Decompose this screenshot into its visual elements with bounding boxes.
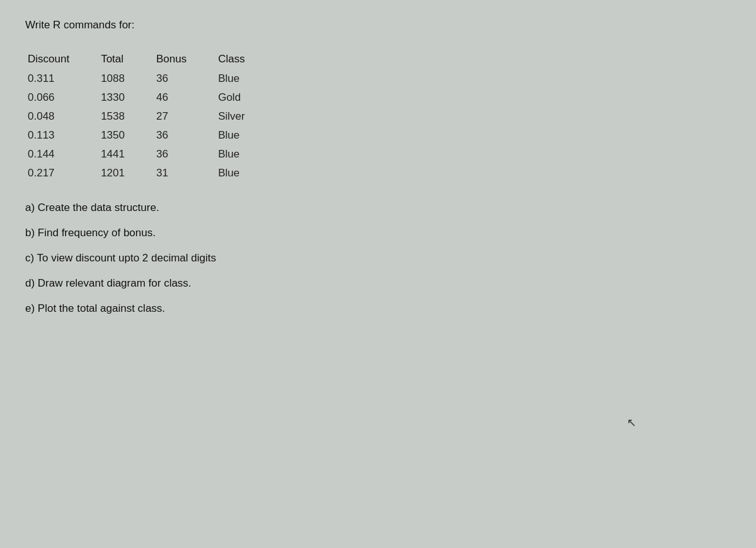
cell-r2-c3: Silver bbox=[218, 107, 277, 126]
cell-r1-c3: Gold bbox=[218, 88, 277, 107]
cell-r0-c1: 1088 bbox=[101, 69, 156, 88]
table-header-row: Discount Total Bonus Class bbox=[25, 49, 277, 69]
cell-r5-c1: 1201 bbox=[101, 164, 156, 183]
table-row: 0.066133046Gold bbox=[25, 88, 277, 107]
cell-r0-c3: Blue bbox=[218, 69, 277, 88]
question-item-4: e) Plot the total against class. bbox=[25, 302, 466, 315]
cursor-icon: ↖ bbox=[627, 416, 636, 430]
cell-r1-c0: 0.066 bbox=[25, 88, 101, 107]
cell-r5-c2: 31 bbox=[156, 164, 218, 183]
question-list: a) Create the data structure.b) Find fre… bbox=[25, 202, 466, 315]
col-header-discount: Discount bbox=[25, 49, 101, 69]
question-item-3: d) Draw relevant diagram for class. bbox=[25, 277, 466, 290]
cell-r4-c1: 1441 bbox=[101, 145, 156, 164]
cell-r2-c0: 0.048 bbox=[25, 107, 101, 126]
cell-r3-c1: 1350 bbox=[101, 126, 156, 145]
table-row: 0.048153827Silver bbox=[25, 107, 277, 126]
data-table: Discount Total Bonus Class 0.311108836Bl… bbox=[25, 49, 277, 183]
cell-r0-c2: 36 bbox=[156, 69, 218, 88]
col-header-total: Total bbox=[101, 49, 156, 69]
question-item-2: c) To view discount upto 2 decimal digit… bbox=[25, 252, 466, 265]
cell-r5-c3: Blue bbox=[218, 164, 277, 183]
question-item-1: b) Find frequency of bonus. bbox=[25, 227, 466, 239]
table-row: 0.311108836Blue bbox=[25, 69, 277, 88]
cell-r2-c2: 27 bbox=[156, 107, 218, 126]
page-container: Write R commands for: Discount Total Bon… bbox=[25, 19, 466, 315]
cell-r5-c0: 0.217 bbox=[25, 164, 101, 183]
cell-r3-c0: 0.113 bbox=[25, 126, 101, 145]
cell-r2-c1: 1538 bbox=[101, 107, 156, 126]
question-item-0: a) Create the data structure. bbox=[25, 202, 466, 214]
col-header-class: Class bbox=[218, 49, 277, 69]
cell-r4-c0: 0.144 bbox=[25, 145, 101, 164]
cell-r3-c3: Blue bbox=[218, 126, 277, 145]
cell-r0-c0: 0.311 bbox=[25, 69, 101, 88]
main-heading: Write R commands for: bbox=[25, 19, 466, 31]
cell-r1-c1: 1330 bbox=[101, 88, 156, 107]
cell-r4-c3: Blue bbox=[218, 145, 277, 164]
cell-r4-c2: 36 bbox=[156, 145, 218, 164]
table-row: 0.144144136Blue bbox=[25, 145, 277, 164]
col-header-bonus: Bonus bbox=[156, 49, 218, 69]
cell-r1-c2: 46 bbox=[156, 88, 218, 107]
cell-r3-c2: 36 bbox=[156, 126, 218, 145]
table-row: 0.113135036Blue bbox=[25, 126, 277, 145]
table-row: 0.217120131Blue bbox=[25, 164, 277, 183]
